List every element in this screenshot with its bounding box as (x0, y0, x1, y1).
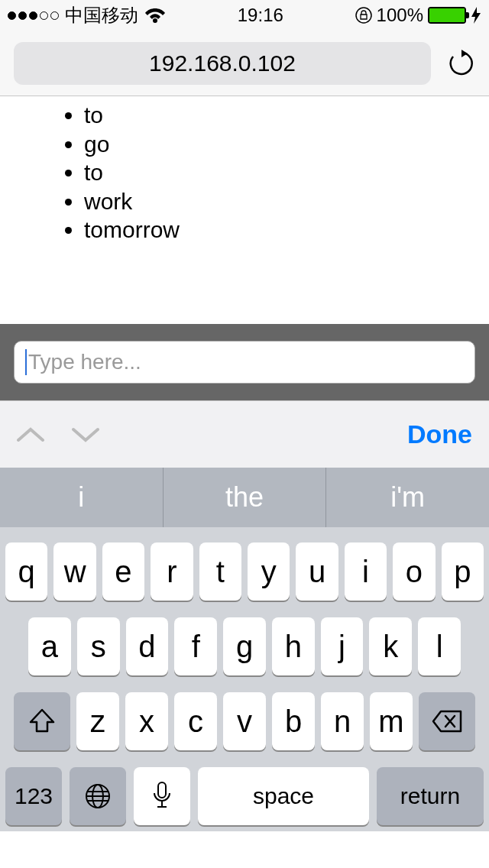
key-y[interactable]: y (248, 542, 290, 601)
microphone-icon (152, 781, 172, 811)
status-left: 中国移动 (8, 3, 166, 28)
list-item: to (84, 158, 466, 187)
key-r[interactable]: r (151, 542, 193, 601)
keyboard-row-2: a s d f g h j k l (5, 617, 484, 675)
status-right: 100% (355, 5, 481, 26)
key-t[interactable]: t (199, 542, 241, 601)
key-x[interactable]: x (125, 692, 168, 750)
wifi-icon (144, 8, 166, 23)
key-h[interactable]: h (272, 617, 315, 675)
globe-key[interactable] (70, 767, 126, 825)
key-n[interactable]: n (321, 692, 364, 750)
key-q[interactable]: q (5, 542, 47, 601)
carrier-label: 中国移动 (65, 3, 138, 28)
suggestion-1[interactable]: i (0, 468, 164, 527)
shift-key[interactable] (14, 692, 70, 750)
list-item: work (84, 187, 466, 216)
key-p[interactable]: p (442, 542, 484, 601)
key-k[interactable]: k (369, 617, 412, 675)
keyboard-suggestion-bar: i the i'm (0, 468, 489, 527)
word-list: to go to work tomorrow (23, 101, 466, 245)
backspace-icon (432, 710, 462, 733)
url-display[interactable]: 192.168.0.102 (14, 42, 431, 85)
key-b[interactable]: b (272, 692, 315, 750)
shift-icon (29, 708, 55, 734)
numbers-key[interactable]: 123 (5, 767, 62, 825)
key-s[interactable]: s (77, 617, 120, 675)
keyboard-row-3: z x c v b n m (5, 692, 484, 750)
key-j[interactable]: j (321, 617, 364, 675)
globe-icon (84, 782, 112, 810)
key-g[interactable]: g (223, 617, 266, 675)
list-item: go (84, 130, 466, 159)
text-input-bar: Type here... (0, 324, 489, 400)
space-key[interactable]: space (198, 767, 369, 825)
chevron-down-icon[interactable] (72, 426, 99, 443)
on-screen-keyboard: q w e r t y u i o p a s d f g h j k l z … (0, 527, 489, 831)
key-u[interactable]: u (296, 542, 338, 601)
key-z[interactable]: z (76, 692, 119, 750)
done-button[interactable]: Done (407, 419, 472, 449)
keyboard-row-4: 123 space return (5, 767, 484, 825)
key-m[interactable]: m (370, 692, 413, 750)
dictation-key[interactable] (134, 767, 190, 825)
key-f[interactable]: f (174, 617, 217, 675)
suggestion-3[interactable]: i'm (326, 468, 489, 527)
url-text: 192.168.0.102 (149, 50, 296, 76)
text-input[interactable]: Type here... (14, 341, 475, 384)
battery-icon (428, 7, 466, 24)
return-key[interactable]: return (377, 767, 484, 825)
reload-icon[interactable] (448, 50, 475, 77)
battery-pct-label: 100% (377, 5, 423, 26)
signal-strength-icon (8, 11, 59, 20)
list-item: to (84, 101, 466, 130)
browser-address-bar: 192.168.0.102 (0, 31, 489, 96)
keyboard-accessory-bar: Done (0, 400, 489, 468)
key-o[interactable]: o (393, 542, 435, 601)
page-content: to go to work tomorrow (0, 96, 489, 324)
text-cursor (25, 349, 27, 375)
keyboard-row-1: q w e r t y u i o p (5, 542, 484, 601)
backspace-key[interactable] (419, 692, 475, 750)
suggestion-2[interactable]: the (164, 468, 327, 527)
key-a[interactable]: a (28, 617, 71, 675)
key-d[interactable]: d (126, 617, 169, 675)
key-v[interactable]: v (223, 692, 266, 750)
chevron-up-icon[interactable] (17, 426, 44, 443)
orientation-lock-icon (355, 7, 372, 24)
list-item: tomorrow (84, 215, 466, 245)
placeholder-text: Type here... (28, 350, 141, 374)
key-e[interactable]: e (102, 542, 144, 601)
key-w[interactable]: w (53, 542, 96, 601)
status-bar: 中国移动 19:16 100% (0, 0, 489, 31)
key-i[interactable]: i (345, 542, 387, 601)
svg-point-0 (356, 8, 371, 23)
key-c[interactable]: c (174, 692, 217, 750)
svg-rect-3 (158, 782, 166, 798)
key-l[interactable]: l (418, 617, 461, 675)
clock: 19:16 (238, 5, 283, 26)
charging-icon (471, 7, 481, 24)
